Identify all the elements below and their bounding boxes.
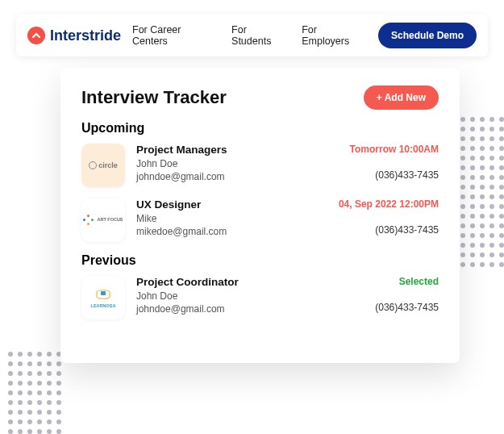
brand[interactable]: Interstride (27, 27, 121, 44)
company-logo-artfocus: ART FOCUS (81, 198, 125, 242)
brand-logo-icon (27, 27, 45, 44)
nav-links: For Career Centers For Students For Empl… (132, 24, 367, 47)
brand-name: Interstride (50, 27, 121, 44)
item-email: johndoe@gmail.com (136, 171, 339, 182)
item-phone: (036)433-7435 (339, 224, 439, 236)
section-previous-title: Previous (81, 253, 439, 268)
item-role: Project Managers (136, 144, 339, 156)
company-logo-circle: circle (81, 144, 125, 187)
company-logo-learnosa: LEARNOSA (81, 276, 125, 319)
nav-employers[interactable]: For Employers (302, 24, 367, 47)
item-email: johndoe@gmail.com (136, 303, 364, 315)
item-time: 04, Sep 2022 12:00PM (339, 198, 439, 210)
item-status: Selected (375, 276, 439, 287)
nav-career-centers[interactable]: For Career Centers (132, 24, 219, 47)
interview-tracker-card: Interview Tracker + Add New Upcoming cir… (60, 68, 460, 363)
add-new-button[interactable]: + Add New (364, 86, 439, 110)
item-time: Tomorrow 10:00AM (350, 144, 439, 155)
item-contact: John Doe (136, 158, 339, 169)
section-upcoming-title: Upcoming (81, 121, 439, 136)
item-contact: Mike (136, 213, 327, 224)
page-title: Interview Tracker (81, 87, 227, 108)
list-item[interactable]: circle Project Managers John Doe johndoe… (81, 144, 439, 187)
item-contact: John Doe (136, 290, 364, 302)
item-role: Project Coordinator (136, 276, 364, 288)
item-phone: (036)433-7435 (375, 302, 439, 313)
top-navbar: Interstride For Career Centers For Stude… (16, 15, 488, 56)
nav-students[interactable]: For Students (231, 24, 289, 47)
item-role: UX Designer (136, 198, 327, 211)
svg-rect-0 (101, 291, 106, 295)
item-email: mikedoe@gmail.com (136, 226, 327, 237)
decorative-dots-left (8, 352, 61, 434)
list-item[interactable]: LEARNOSA Project Coordinator John Doe jo… (81, 276, 439, 319)
schedule-demo-button[interactable]: Schedule Demo (378, 23, 477, 48)
item-phone: (036)433-7435 (350, 169, 439, 181)
list-item[interactable]: ART FOCUS UX Designer Mike mikedoe@gmail… (81, 198, 439, 242)
